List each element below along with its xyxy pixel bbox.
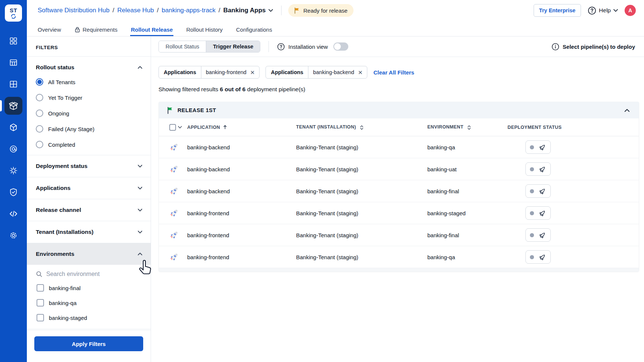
tenant-installations-header[interactable]: Tenant (Installations) [27,221,151,243]
collapse-section-button[interactable] [624,109,630,112]
filter-section-environments: Environments banking-final banking-qa ba… [27,243,151,329]
pipeline-row: banking-frontend Banking-Tenant (staging… [159,224,639,246]
pipeline-row: banking-frontend Banking-Tenant (staging… [159,202,639,224]
table-apps-icon [9,58,18,67]
trigger-deploy-button[interactable] [525,206,551,220]
radio-yet-to-trigger[interactable]: Yet To Trigger [36,94,151,101]
try-enterprise-button[interactable]: Try Enterprise [534,4,581,17]
checkbox-icon [37,284,44,292]
trigger-deploy-button[interactable] [525,228,551,242]
rocket-outline-icon [538,231,546,239]
trigger-deploy-button[interactable] [525,250,551,264]
icon-rail: ST [0,0,27,362]
applications-header[interactable]: Applications [27,177,151,199]
tab-requirements[interactable]: Requirements [75,21,117,36]
view-segmented-control: Rollout Status Trigger Release [158,41,260,53]
checkbox-icon [37,314,44,321]
environment-search[interactable] [27,266,151,283]
chevron-down-icon [138,231,142,234]
trigger-deploy-button[interactable] [525,140,551,154]
status-badge: Ready for release [288,4,353,17]
radio-ongoing[interactable]: Ongoing [36,109,151,117]
status-dot [530,255,534,259]
sidebar-item-code[interactable] [4,205,22,223]
rocket-icon [169,230,179,240]
sidebar-item-sun-settings[interactable] [4,162,22,180]
release-flag-icon [167,107,173,114]
product-logo[interactable]: ST [5,4,22,22]
apply-filters-button[interactable]: Apply Filters [34,336,143,351]
radio-failed-any-stage[interactable]: Failed (Any Stage) [36,125,151,133]
trigger-deploy-button[interactable] [525,162,551,176]
checkbox-icon [37,299,44,307]
column-header-tenant[interactable]: TENANT (INSTALLATION) [296,124,427,130]
chevron-up-icon [138,253,142,255]
filter-chip: Applications banking-backend✕ [266,66,367,79]
rocket-icon [169,164,179,174]
help-menu[interactable]: Help [588,6,618,15]
sidebar-item-package-open[interactable] [4,97,22,115]
checkbox-banking-staged[interactable]: banking-staged [37,314,151,321]
breadcrumb-link-track[interactable]: banking-apps-track [162,7,216,14]
status-dot [530,233,534,237]
environments-header[interactable]: Environments [27,243,151,265]
checkbox-banking-final[interactable]: banking-final [37,284,151,292]
gear-icon [9,231,18,240]
card-footer [159,268,639,272]
chevron-down-icon[interactable] [178,126,182,128]
trigger-release-segment[interactable]: Trigger Release [206,41,260,52]
installation-view-toggle[interactable] [333,42,348,51]
chevron-down-icon [268,9,273,12]
avatar[interactable]: A [625,5,636,16]
breadcrumb-current[interactable]: Banking Apps [223,7,273,14]
remove-chip-icon[interactable]: ✕ [358,70,363,75]
release-channel-header[interactable]: Release channel [27,199,151,221]
clear-all-filters-link[interactable]: Clear All Filters [373,69,414,76]
tab-rollout-history[interactable]: Rollout History [186,21,223,36]
filter-chip: Applications banking-frontend✕ [158,66,260,79]
sidebar-item-window-grid[interactable] [4,75,22,93]
sidebar-item-target-at[interactable] [4,140,22,158]
sidebar-item-gear[interactable] [4,226,22,244]
active-filter-chips: Applications banking-frontend✕ Applicati… [151,57,644,79]
logo-text: ST [10,7,17,13]
filter-section-applications: Applications [27,177,151,199]
cube-icon [9,123,18,132]
radio-all-tenants[interactable]: All Tenants [36,78,151,86]
release-group-title: RELEASE 1ST [178,107,216,113]
rocket-icon [169,186,179,196]
sidebar-item-shield-check[interactable] [4,183,22,201]
top-bar: Software Distribution Hub / Release Hub … [27,0,644,36]
app-root: ST [0,0,644,362]
select-all-checkbox[interactable] [169,124,176,131]
sidebar-item-table-apps[interactable] [4,54,22,72]
rollout-status-segment[interactable]: Rollout Status [159,41,206,52]
checkbox-banking-qa[interactable]: banking-qa [37,299,151,307]
window-grid-icon [9,80,18,89]
remove-chip-icon[interactable]: ✕ [250,70,255,75]
radio-icon [36,94,43,101]
tab-rollout-release[interactable]: Rollout Release [131,21,173,36]
tab-overview[interactable]: Overview [38,21,61,36]
column-header-environment[interactable]: ENVIRONMENT [427,124,508,130]
tab-configurations[interactable]: Configurations [236,21,272,36]
rocket-outline-icon [538,187,546,195]
trigger-deploy-button[interactable] [525,184,551,198]
status-dot [530,211,534,215]
breadcrumb-link-release-hub[interactable]: Release Hub [117,7,154,14]
column-header-application[interactable]: APPLICATION [187,125,296,130]
rocket-outline-icon [538,165,546,173]
sync-arrows-icon [10,13,16,19]
breadcrumb-link-hub[interactable]: Software Distribution Hub [38,7,110,14]
rocket-icon [169,142,179,152]
chevron-up-icon [624,109,630,112]
deployment-status-header[interactable]: Deployment status [27,155,151,177]
package-open-icon [9,101,18,111]
sidebar-item-cube[interactable] [4,118,22,136]
radio-completed[interactable]: Completed [36,141,151,148]
help-circle-icon [277,43,285,51]
sidebar-item-dashboard[interactable] [4,32,22,50]
rollout-status-header[interactable]: Rollout status [27,57,151,78]
search-environment-input[interactable] [46,271,125,277]
filter-section-rollout-status: Rollout status All Tenants Yet To Trigge… [27,57,151,155]
